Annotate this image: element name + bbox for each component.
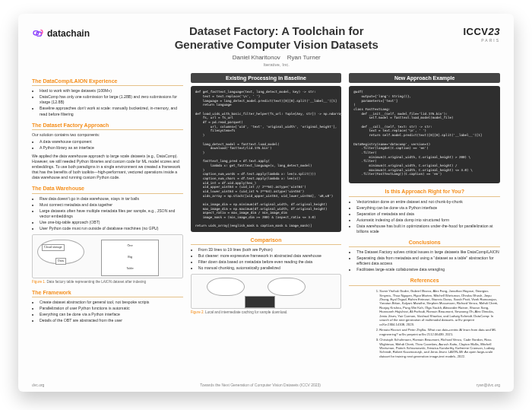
section-title: Comparison <box>191 237 342 245</box>
affiliation: Iterative, Inc. <box>90 62 463 67</box>
server-icon <box>245 296 275 308</box>
list-item: DataComp has only one submission for lar… <box>40 94 183 105</box>
bullet-list: From 33 lines to 19 lines (both are Pyth… <box>198 247 342 271</box>
stage: datachain Dataset Factory: A Toolchain f… <box>0 0 532 410</box>
column-middle: Existing Processing in Baseline def get_… <box>191 73 342 385</box>
fig-cell: Table <box>126 267 133 271</box>
bullet-list: A data warehouse component A Python libr… <box>40 139 183 151</box>
figure-label-prefix: Figure 2. <box>191 310 204 314</box>
figure-caption: Figure 1. Data factory table representin… <box>32 280 183 284</box>
list-item: Data warehouse has built in optimization… <box>356 224 500 234</box>
author-2: Ryan Turner <box>287 54 321 61</box>
section-title: The Dataset Factory Approach <box>32 122 183 130</box>
bullet-list: Create dataset abstraction for general t… <box>40 300 183 323</box>
section-title: Is this Approach Right for You? <box>349 188 500 196</box>
list-item: Use one-big-table approach (OBT) <box>40 220 183 225</box>
reference-item: Renato Ricciuti and Peter Zhylka. What c… <box>379 328 500 336</box>
list-item: Parallelization of user Python functions… <box>40 306 183 311</box>
authors: Daniel Kharitonov Ryan Turner <box>90 54 463 61</box>
list-item: Separation of metadata and data <box>356 211 500 217</box>
code-block-new: @udf( output={'lang': String()}, paramet… <box>349 86 500 183</box>
paragraph: Our solution contains two components: <box>32 132 183 138</box>
title-line1: Dataset Factory: A Toolchain for <box>189 24 363 37</box>
section-title: The Framework <box>32 289 183 297</box>
conf-city: PARIS <box>463 38 500 43</box>
poster-title: Dataset Factory: A Toolchain for Generat… <box>90 24 463 52</box>
list-item: From 33 lines to 19 lines (both are Pyth… <box>198 247 342 253</box>
reference-list: Samir Yitzhak Gadre, Gabriel Ilharco, Al… <box>349 289 500 358</box>
reference-item: Samir Yitzhak Gadre, Gabriel Ilharco, Al… <box>379 289 500 326</box>
list-item: Raw data doesn't go in data warehouse, s… <box>40 196 183 202</box>
bullet-list: Vectorization done on entire dataset and… <box>356 199 500 234</box>
list-item: Automatic indexing of data dump into str… <box>356 218 500 223</box>
list-item: The Dataset Factory solves critical issu… <box>356 249 500 255</box>
list-item: Separating data from metadata and using … <box>356 256 500 266</box>
list-item: Filter down data based on metadata befor… <box>198 259 342 265</box>
chain-icon <box>32 27 44 40</box>
section-title: References <box>349 277 500 285</box>
list-item: A data warehouse component <box>40 139 183 145</box>
dark-heading: Existing Processing in Baseline <box>191 73 342 83</box>
sponsor-logo: datachain <box>32 27 90 40</box>
code-block-baseline: def get_fasttext_language(text, lang_det… <box>191 86 342 232</box>
figure-label-prefix: Figure 1. <box>32 280 46 284</box>
sponsor-name: datachain <box>47 28 90 39</box>
author-1: Daniel Kharitonov <box>233 54 280 61</box>
bullet-list: The Dataset Factory solves critical issu… <box>356 249 500 272</box>
figure-1: Cloud storage One Big Table Data <box>32 234 183 278</box>
list-item: Hard to work with large datasets (100M+) <box>40 88 183 94</box>
list-item: Create dataset abstraction for general t… <box>40 300 183 305</box>
title-line2: Generative Computer Vision Datasets <box>175 38 378 51</box>
list-item: User Python code must run outside of dat… <box>40 226 183 231</box>
list-item: Facilitates large-scale collaborative da… <box>356 267 500 272</box>
list-item: A Python library as an interface <box>40 145 183 151</box>
footer-center: Towards the Next Generation of Computer … <box>200 383 321 387</box>
list-item: No manual chunking, automatically parall… <box>198 265 342 271</box>
list-item: Baseline approaches don't work at scale:… <box>40 106 183 116</box>
poster: datachain Dataset Factory: A Toolchain f… <box>18 14 514 392</box>
list-item: Must connect metadata and data together <box>40 202 183 208</box>
conference-badge: ICCV23 PARIS <box>463 24 500 43</box>
list-item: Everything can be done via a Python inte… <box>40 312 183 317</box>
section-title: Conclusions <box>349 239 500 247</box>
fig-cell: One <box>127 244 132 248</box>
paragraph: We applied the data warehouse approach t… <box>32 154 183 180</box>
fig-cell: Big <box>128 256 132 259</box>
figure-2 <box>191 274 342 309</box>
list-item: Vectorization done on entire dataset and… <box>356 199 500 205</box>
list-item: Details of the OBT are abstracted from t… <box>40 318 183 323</box>
conf-year: 23 <box>489 26 500 37</box>
reference-item: Christoph Schuhmann, Romain Beaumont, Ri… <box>379 338 500 358</box>
figure-caption-text: Data factory table representing the LAIO… <box>46 280 146 284</box>
list-item: Everything can be done via a Python inte… <box>356 205 500 211</box>
footer-right: ryan@dvc.org <box>477 383 500 387</box>
title-block: Dataset Factory: A Toolchain for Generat… <box>90 24 463 67</box>
figure-caption-text: Local and intermediate caching for sampl… <box>205 310 288 314</box>
section-title: The DataComp/LAION Experience <box>32 78 183 86</box>
column-left: The DataComp/LAION Experience Hard to wo… <box>32 73 183 385</box>
conf-acronym: ICCV <box>463 26 488 37</box>
fig-table: One Big Table <box>101 240 159 276</box>
bullet-list: Hard to work with large datasets (100M+)… <box>40 88 183 116</box>
poster-header: datachain Dataset Factory: A Toolchain f… <box>32 24 500 67</box>
section-title: The Data Warehouse <box>32 185 183 193</box>
cloud-icon <box>207 278 245 296</box>
cloud-icon <box>268 278 306 296</box>
figure-caption: Figure 2. Local and intermediate caching… <box>191 310 342 315</box>
fig-label: Data <box>55 258 66 265</box>
poster-footer: dvc.org Towards the Next Generation of C… <box>32 383 500 387</box>
footer-left: dvc.org <box>32 383 44 387</box>
list-item: But cleaner: more expressive framework i… <box>198 253 342 259</box>
column-right: New Approach Example @udf( output={'lang… <box>349 73 500 385</box>
conference-name: ICCV23 <box>463 26 500 37</box>
dark-heading: New Approach Example <box>349 73 500 83</box>
bullet-list: Raw data doesn't go in data warehouse, s… <box>40 196 183 231</box>
poster-body: The DataComp/LAION Experience Hard to wo… <box>32 73 500 385</box>
list-item: Large datasets often have multiple metad… <box>40 208 183 219</box>
fig-label: Cloud storage <box>42 244 65 251</box>
